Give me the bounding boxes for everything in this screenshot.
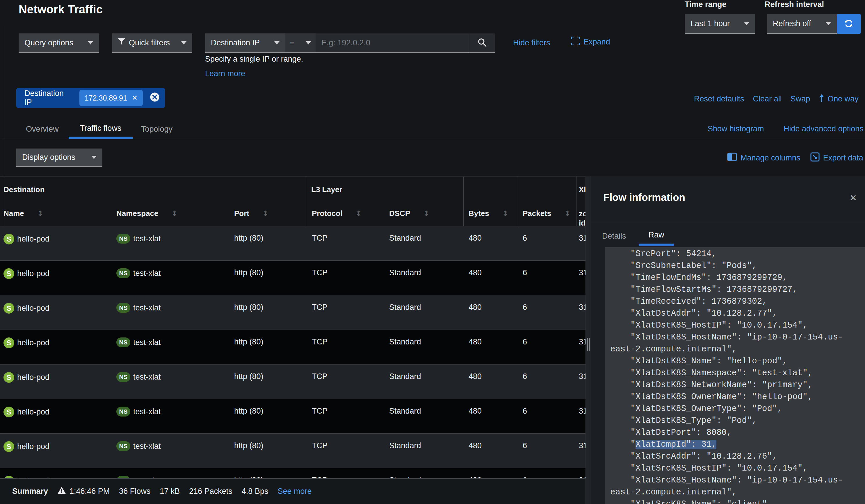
table-row[interactable]: Shello-podNStest-xlathttp (80)TCPStandar…: [0, 330, 586, 364]
traffic-flows-table: Destination L3 Layer Xlat Name ↕ Namespa…: [0, 176, 586, 504]
cell-name: Shello-pod: [3, 441, 113, 452]
table-row[interactable]: Shello-podNStest-xlathttp (80)TCPStandar…: [0, 295, 586, 330]
hide-advanced-options-link[interactable]: Hide advanced options: [784, 125, 864, 133]
sort-icon[interactable]: ↕: [37, 209, 43, 218]
table-row[interactable]: Shello-podNStest-xlathttp (80)TCPStandar…: [0, 364, 586, 399]
tab-overview[interactable]: Overview: [26, 120, 59, 139]
see-more-link[interactable]: See more: [277, 487, 312, 496]
cell-xlat: 31: [579, 441, 586, 450]
cell-port: http (80): [234, 372, 302, 381]
sort-icon[interactable]: ↕: [172, 209, 178, 218]
code-line: east-2.compute.internal",: [610, 486, 865, 498]
refresh-interval-select[interactable]: Refresh off: [767, 14, 837, 34]
cell-pkts: 6: [523, 303, 574, 312]
column-header-dscp[interactable]: DSCP ↕: [389, 209, 460, 218]
column-header-bytes[interactable]: Bytes ↕: [469, 209, 514, 218]
chevron-down-icon: [744, 22, 749, 25]
filter-chip[interactable]: 172.30.89.91 ✕: [79, 90, 143, 106]
code-line: "XlatDstK8S_HostName": "ip-10-0-17-154.u…: [610, 331, 865, 343]
summary-label: Summary: [12, 487, 48, 496]
cell-bytes: 480: [469, 338, 514, 347]
expand-link[interactable]: Expand: [571, 37, 610, 47]
hide-filters-link[interactable]: Hide filters: [513, 38, 550, 47]
display-options-dropdown[interactable]: Display options: [16, 149, 102, 167]
drag-handle-icon[interactable]: [587, 338, 590, 351]
sort-icon[interactable]: ↕: [423, 209, 429, 218]
table-tools: Manage columns Export data: [727, 152, 863, 164]
tab-topology[interactable]: Topology: [141, 120, 172, 139]
refresh-button[interactable]: [837, 14, 861, 34]
show-histogram-link[interactable]: Show histogram: [708, 125, 764, 133]
tab-traffic-flows[interactable]: Traffic flows: [69, 120, 132, 139]
cell-pkts: 6: [523, 372, 574, 381]
sort-icon[interactable]: ↕: [355, 209, 361, 218]
filter-operator-dropdown[interactable]: =: [285, 33, 315, 53]
reset-defaults-link[interactable]: Reset defaults: [694, 94, 744, 104]
resource-badge: S: [3, 441, 14, 452]
column-header-protocol[interactable]: Protocol ↕: [312, 209, 386, 218]
cell-xlat: 31: [579, 268, 586, 277]
cell-ns: NStest-xlat: [116, 407, 230, 417]
summary-bar: Summary 1:46:46 PM 36 Flows 17 kB 216 Pa…: [0, 478, 586, 504]
clear-category-button[interactable]: [149, 92, 160, 105]
cell-port: http (80): [234, 407, 302, 415]
code-line: "XlatSrcAddr": "10.128.2.76",: [610, 450, 865, 462]
time-range-select[interactable]: Last 1 hour: [685, 14, 755, 34]
header-divider: [306, 176, 306, 226]
column-header-packets[interactable]: Packets ↕: [523, 209, 574, 218]
cell-xlat: 31: [579, 407, 586, 415]
clear-all-link[interactable]: Clear all: [753, 94, 782, 104]
search-button[interactable]: [469, 33, 495, 53]
manage-columns-button[interactable]: Manage columns: [727, 153, 800, 163]
chevron-down-icon: [88, 41, 93, 45]
query-options-dropdown[interactable]: Query options: [19, 33, 99, 53]
code-line: "XlatDstK8S_Name": "hello-pod",: [610, 355, 865, 367]
cell-proto: TCP: [312, 441, 386, 450]
sort-icon[interactable]: ↕: [564, 209, 570, 218]
resource-badge: S: [3, 303, 14, 314]
cell-ns: NStest-xlat: [116, 372, 230, 382]
cell-proto: TCP: [312, 303, 386, 312]
export-data-button[interactable]: Export data: [810, 152, 863, 164]
chip-remove-icon[interactable]: ✕: [132, 94, 138, 102]
cell-bytes: 480: [469, 441, 514, 450]
cell-bytes: 480: [469, 268, 514, 277]
tab-raw[interactable]: Raw: [639, 226, 674, 246]
export-icon: [810, 152, 820, 164]
filter-column-label: Destination IP: [211, 38, 260, 47]
swap-link[interactable]: Swap: [791, 94, 810, 104]
learn-more-link[interactable]: Learn more: [205, 69, 245, 78]
times-circle-icon: [149, 92, 160, 105]
refresh-interval-value: Refresh off: [773, 19, 811, 28]
filter-value-input[interactable]: [315, 33, 469, 53]
drawer-resize-gutter[interactable]: [586, 176, 591, 504]
column-header-namespace[interactable]: Namespace ↕: [116, 209, 230, 218]
table-row[interactable]: Shello-podNStest-xlathttp (80)TCPStandar…: [0, 434, 586, 468]
table-row[interactable]: Shello-podNStest-xlathttp (80)TCPStandar…: [0, 226, 586, 261]
cell-bytes: 480: [469, 303, 514, 312]
resource-badge: NS: [116, 338, 130, 347]
close-icon[interactable]: ✕: [850, 193, 857, 203]
filter-column-dropdown[interactable]: Destination IP: [205, 33, 285, 53]
one-way-link[interactable]: One way: [819, 94, 858, 104]
selected-text: XlatIcmpId": 31,: [635, 440, 716, 449]
column-header-name[interactable]: Name ↕: [3, 209, 113, 218]
cell-port: http (80): [234, 441, 302, 450]
table-row[interactable]: Shello-podNStest-xlathttp (80)TCPStandar…: [0, 261, 586, 295]
sort-icon[interactable]: ↕: [502, 209, 508, 218]
column-header-port[interactable]: Port ↕: [234, 209, 302, 218]
operator-label: =: [290, 39, 294, 47]
sort-icon[interactable]: ↕: [262, 209, 268, 218]
quick-filters-dropdown[interactable]: Quick filters: [112, 33, 192, 53]
column-header-zone-id[interactable]: zone id: [579, 209, 586, 226]
cell-name: Shello-pod: [3, 234, 113, 244]
active-filter-chip-group: Destination IP 172.30.89.91 ✕: [16, 88, 165, 108]
resource-badge: NS: [116, 372, 130, 382]
tab-details[interactable]: Details: [602, 226, 631, 246]
table-row[interactable]: Shello-podNStest-xlathttp (80)TCPStandar…: [0, 399, 586, 434]
cell-name: Shello-pod: [3, 338, 113, 348]
resource-badge: NS: [116, 407, 130, 417]
cell-ns: NStest-xlat: [116, 303, 230, 313]
code-line: "SrcSubnetLabel": "Pods",: [610, 260, 865, 272]
resource-badge: S: [3, 234, 14, 244]
